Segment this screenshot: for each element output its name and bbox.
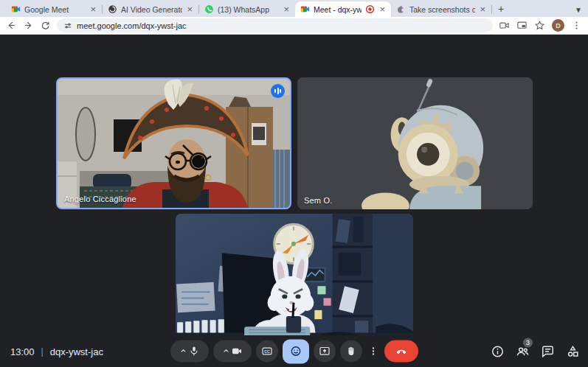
clock-time: 13:00 [10, 346, 35, 357]
toolbar-right: D [499, 19, 582, 32]
diana-video-feed [176, 214, 413, 348]
close-icon[interactable]: × [378, 4, 386, 14]
angelo-video-feed [58, 79, 290, 208]
activities-button[interactable] [566, 344, 580, 358]
tab-label: Meet - dqx-ywst-jac [314, 5, 362, 14]
tab-label: AI Video Generator [121, 5, 182, 14]
end-call-button[interactable] [384, 340, 418, 363]
call-end-icon [395, 346, 407, 357]
close-icon[interactable]: × [283, 4, 290, 14]
present-to-all-icon [319, 346, 331, 357]
raise-hand-icon [345, 346, 357, 357]
whatsapp-favicon-icon [204, 4, 214, 14]
chevron-down-icon[interactable]: ▼ [575, 6, 582, 14]
video-tile-diana[interactable]: Diana Ferro [176, 214, 413, 348]
captions-button[interactable]: CC [256, 340, 278, 363]
tab-label: Take screenshots or screen re [409, 5, 475, 14]
video-tile-angelo[interactable]: Angelo Ciccaglione [56, 77, 291, 209]
recording-indicator-icon [365, 4, 375, 14]
tab-meet-active[interactable]: Meet - dqx-ywst-jac × [295, 1, 391, 17]
new-tab-button[interactable]: + [498, 3, 504, 15]
mic-options-chevron-icon[interactable] [179, 345, 187, 358]
tab-take-screenshots[interactable]: Take screenshots or screen re × [391, 1, 491, 17]
camera-options-chevron-icon[interactable] [222, 345, 230, 358]
chat-icon [541, 344, 555, 358]
bookmark-star-icon[interactable] [534, 20, 545, 31]
tab-capture-icon[interactable] [516, 20, 528, 31]
meeting-code: dqx-ywst-jac [50, 346, 103, 357]
meet-footer: 13:00 | dqx-ywst-jac CC [0, 335, 588, 367]
tab-strip: Google Meet × AI Video Generator × (13) … [0, 0, 588, 17]
tab-google-meet[interactable]: Google Meet × [6, 1, 102, 17]
tab-label: Google Meet [24, 5, 86, 14]
tab-ai-video-generator[interactable]: AI Video Generator × [103, 1, 198, 17]
meet-favicon-icon [300, 4, 310, 14]
participants-button[interactable]: 3 [516, 344, 530, 358]
smiley-icon [290, 346, 302, 357]
meeting-info: 13:00 | dqx-ywst-jac [10, 346, 103, 357]
meet-favicon-icon [11, 4, 21, 14]
meeting-details-button[interactable] [491, 344, 505, 358]
meet-stage: Angelo Ciccaglione Sem O. [0, 35, 588, 367]
url-text: meet.google.com/dqx-ywst-jac [77, 21, 187, 30]
browser-chrome: Google Meet × AI Video Generator × (13) … [0, 0, 588, 35]
site-info-icon[interactable] [63, 21, 72, 30]
mic-button[interactable] [170, 340, 209, 363]
call-controls: CC [170, 339, 418, 363]
tab-whatsapp[interactable]: (13) WhatsApp × [199, 1, 295, 17]
reactions-button[interactable] [283, 339, 309, 363]
microphone-icon [188, 346, 200, 357]
back-icon[interactable] [6, 20, 17, 31]
activities-icon [566, 344, 580, 358]
camera-button[interactable] [213, 340, 252, 363]
video-tile-sem[interactable]: Sem O. [297, 77, 533, 209]
apple-favicon-icon [396, 4, 406, 14]
present-screen-button[interactable] [314, 340, 336, 363]
tab-separator [491, 5, 492, 14]
divider: | [41, 346, 44, 357]
reload-icon[interactable] [40, 20, 51, 31]
participant-name: Sem O. [304, 196, 333, 205]
profile-avatar[interactable]: D [552, 19, 564, 32]
camera-in-use-icon[interactable] [499, 20, 510, 31]
svg-text:CC: CC [264, 349, 270, 354]
info-icon [491, 344, 505, 358]
participant-name: Angelo Ciccaglione [64, 195, 136, 203]
participants-count-badge: 3 [523, 338, 533, 347]
videocam-icon [231, 346, 243, 357]
swirl-favicon-icon [108, 4, 117, 14]
audio-activity-icon [271, 84, 285, 98]
more-options-button[interactable] [367, 340, 380, 363]
close-icon[interactable]: × [479, 4, 486, 14]
close-icon[interactable]: × [89, 4, 97, 14]
tab-label: (13) WhatsApp [218, 5, 279, 14]
chat-button[interactable] [541, 344, 555, 358]
sem-video-feed [297, 77, 533, 209]
captions-icon: CC [261, 346, 273, 357]
close-icon[interactable]: × [186, 4, 193, 14]
raise-hand-button[interactable] [340, 340, 362, 363]
more-vert-icon [367, 346, 379, 357]
address-bar[interactable]: meet.google.com/dqx-ywst-jac [57, 18, 493, 32]
browser-menu-icon[interactable] [571, 20, 582, 31]
meeting-panels: 3 [491, 344, 580, 358]
browser-toolbar: meet.google.com/dqx-ywst-jac D [0, 17, 588, 35]
forward-icon[interactable] [23, 20, 34, 31]
